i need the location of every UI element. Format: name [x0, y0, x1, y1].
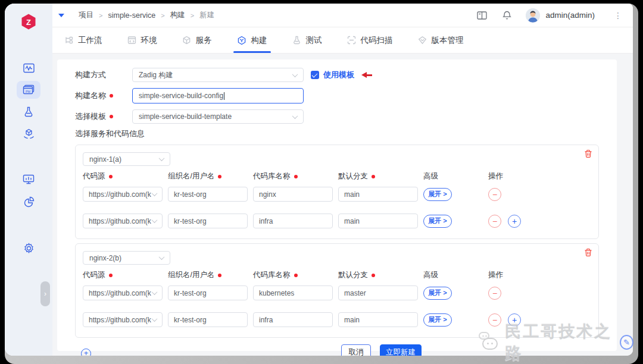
repo-input[interactable]: infra: [253, 214, 333, 228]
build-icon: [237, 36, 246, 45]
col-org: 组织名/用户名: [168, 171, 253, 181]
repo-input[interactable]: kubernetes: [253, 285, 333, 300]
use-template-checkbox[interactable]: [311, 71, 319, 79]
lab-icon[interactable]: [17, 103, 40, 121]
build-name-input[interactable]: simple-service-build-config: [132, 88, 304, 103]
project-switch-caret-icon[interactable]: [58, 14, 64, 17]
service-card-nginx-2: nginx-2(b) 代码源 组织名/用户名 代码库名称 默认分支 高级 操作 …: [75, 243, 599, 338]
topbar-actions: admin(admin) ⋮: [477, 8, 622, 23]
tab-code-scan[interactable]: 代码扫描: [347, 27, 393, 53]
tab-label: 环境: [141, 35, 157, 46]
tab-label: 版本管理: [432, 35, 464, 46]
build-method-select[interactable]: Zadig 构建: [132, 68, 304, 82]
sidebar-menu: PM: [17, 59, 40, 261]
use-template-checkbox-group[interactable]: 使用模板: [311, 70, 354, 80]
environment-icon: [127, 36, 136, 45]
chevron-down-icon: [159, 155, 165, 161]
template-select[interactable]: simple-service-build-template: [132, 109, 304, 124]
projects-icon[interactable]: PM: [17, 81, 40, 99]
remove-row-button[interactable]: −: [488, 188, 501, 201]
repo-row: https://github.com(k kr-test-org infra m…: [83, 214, 591, 228]
add-service-button[interactable]: +: [81, 349, 91, 356]
create-now-button[interactable]: 立即新建: [380, 344, 422, 356]
tab-builds[interactable]: 构建: [237, 27, 267, 53]
tab-version-management[interactable]: 版本管理: [418, 27, 464, 53]
branch-input[interactable]: master: [338, 285, 418, 300]
use-template-label: 使用模板: [323, 70, 354, 80]
repo-row: https://github.com(k kr-test-org infra m…: [83, 312, 591, 327]
build-method-row: 构建方式 Zadig 构建 使用模板: [75, 68, 599, 82]
add-row-button[interactable]: +: [508, 313, 521, 327]
remove-row-button[interactable]: −: [488, 313, 501, 327]
service-select[interactable]: nginx-1(a): [83, 152, 170, 166]
breadcrumb-item-projects[interactable]: 项目: [79, 10, 93, 20]
repo-row: https://github.com(k kr-test-org kuberne…: [83, 285, 591, 300]
build-method-value: Zadig 构建: [139, 70, 173, 80]
form-footer: + 取消 立即新建: [75, 343, 599, 356]
breadcrumb-item-project-name[interactable]: simple-service: [108, 11, 155, 20]
table-header: 代码源 组织名/用户名 代码库名称 默认分支 高级 操作: [83, 270, 591, 280]
required-dot: [110, 115, 113, 118]
tab-environments[interactable]: 环境: [127, 27, 157, 53]
repo-input[interactable]: infra: [253, 312, 333, 327]
tab-services[interactable]: 服务: [182, 27, 212, 53]
service-icon: [182, 36, 191, 45]
delete-card-icon[interactable]: [584, 248, 592, 257]
settings-icon[interactable]: [17, 239, 40, 257]
build-form-panel: 构建方式 Zadig 构建 使用模板 构建名称 simple-service-b…: [57, 59, 617, 351]
col-source: 代码源: [83, 270, 168, 280]
cancel-button[interactable]: 取消: [341, 344, 371, 356]
add-row-button[interactable]: +: [508, 215, 521, 228]
breadcrumb-item-build[interactable]: 构建: [170, 10, 185, 20]
build-name-row: 构建名称 simple-service-build-config: [75, 88, 599, 103]
org-input[interactable]: kr-test-org: [168, 285, 248, 300]
tab-label: 工作流: [78, 35, 102, 46]
service-section-title: 选择服务和代码信息: [75, 128, 599, 139]
delete-card-icon[interactable]: [584, 149, 592, 158]
repo-input[interactable]: nginx: [253, 187, 333, 202]
tab-tests[interactable]: 测试: [292, 27, 322, 53]
avatar[interactable]: [526, 8, 540, 23]
svg-text:PM: PM: [26, 90, 31, 93]
code-scan-icon: [347, 36, 356, 45]
branch-input[interactable]: main: [338, 214, 418, 228]
user-name[interactable]: admin(admin): [545, 11, 595, 20]
source-select[interactable]: https://github.com(k: [83, 214, 163, 228]
zadig-logo[interactable]: Z: [20, 13, 37, 31]
branch-input[interactable]: main: [338, 312, 418, 327]
breadcrumb-separator: >: [191, 12, 194, 19]
source-select[interactable]: https://github.com(k: [83, 285, 163, 300]
service-select[interactable]: nginx-2(b): [83, 251, 170, 265]
sidebar: Z PM ›: [5, 4, 52, 356]
col-branch: 默认分支: [338, 270, 423, 280]
dashboard-icon[interactable]: [17, 171, 40, 189]
expand-advanced-button[interactable]: 展开 >: [423, 287, 452, 300]
org-input[interactable]: kr-test-org: [168, 187, 248, 202]
docs-icon[interactable]: [477, 11, 487, 20]
org-input[interactable]: kr-test-org: [168, 214, 248, 228]
template-label: 选择模板: [75, 111, 132, 122]
tab-workflows[interactable]: 工作流: [64, 27, 102, 53]
delivery-icon[interactable]: [17, 125, 40, 143]
col-repo: 代码库名称: [253, 171, 338, 181]
report-icon[interactable]: [17, 193, 40, 211]
remove-row-button[interactable]: −: [488, 287, 501, 300]
expand-advanced-button[interactable]: 展开 >: [423, 215, 452, 228]
sidebar-collapse-handle[interactable]: ›: [40, 281, 50, 306]
expand-advanced-button[interactable]: 展开 >: [423, 313, 452, 327]
expand-advanced-button[interactable]: 展开 >: [423, 188, 452, 201]
chevron-down-icon: [292, 113, 298, 119]
source-select[interactable]: https://github.com(k: [83, 187, 163, 202]
col-source: 代码源: [83, 171, 168, 181]
branch-input[interactable]: main: [338, 187, 418, 202]
breadcrumb-separator: >: [99, 12, 102, 19]
org-input[interactable]: kr-test-org: [168, 312, 248, 327]
source-select[interactable]: https://github.com(k: [83, 312, 163, 327]
action-buttons: 取消 立即新建: [341, 344, 422, 356]
insight-icon[interactable]: [17, 59, 40, 77]
test-icon: [292, 36, 301, 45]
remove-row-button[interactable]: −: [488, 215, 501, 228]
more-menu-icon[interactable]: ⋮: [614, 11, 622, 20]
col-advanced: 高级: [423, 171, 488, 181]
bell-icon[interactable]: [502, 11, 511, 20]
